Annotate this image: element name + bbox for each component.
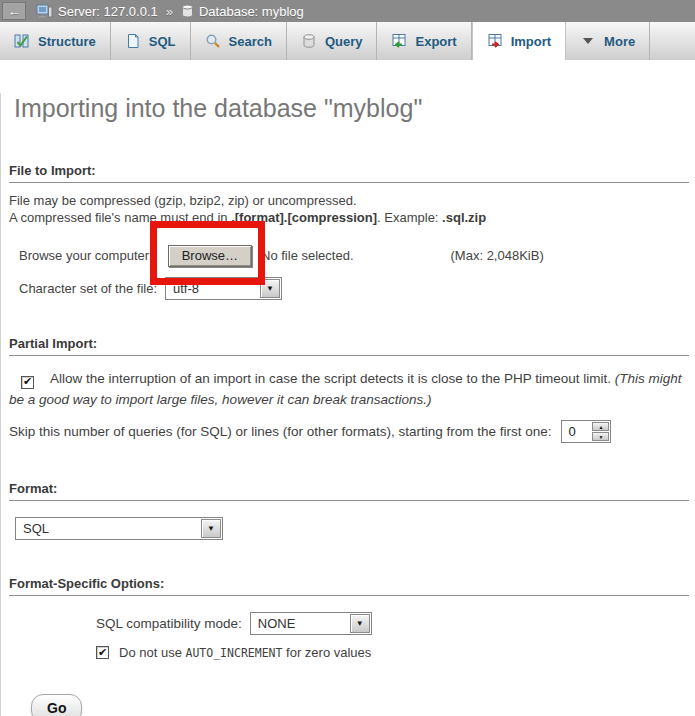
breadcrumb: Server: 127.0.0.1 » Database: myblog bbox=[36, 4, 304, 19]
breadcrumb-bar: ← Server: 127.0.0.1 » Database: myblog bbox=[0, 0, 695, 22]
skip-queries-row: Skip this number of queries (for SQL) or… bbox=[9, 420, 695, 443]
spinner-down-icon[interactable]: ▼ bbox=[592, 432, 609, 441]
chevron-down-icon[interactable] bbox=[201, 519, 221, 538]
tab-label: Search bbox=[229, 34, 272, 49]
search-icon bbox=[205, 33, 221, 49]
sql-compatibility-select[interactable]: NONE bbox=[250, 612, 372, 635]
import-icon bbox=[487, 33, 503, 49]
allow-interruption-text: Allow the interruption of an import in c… bbox=[50, 371, 615, 386]
breadcrumb-server[interactable]: Server: 127.0.0.1 bbox=[58, 4, 158, 19]
sql-icon bbox=[125, 33, 141, 49]
compression-note: File may be compressed (gzip, bzip2, zip… bbox=[9, 192, 687, 226]
compression-line2-prefix: A compressed file's name must end in bbox=[9, 210, 231, 225]
chevron-down-icon[interactable] bbox=[350, 614, 370, 633]
charset-row: Character set of the file: utf-8 bbox=[19, 277, 695, 300]
no-file-selected-text: No file selected. bbox=[261, 248, 354, 263]
tabbar-filler bbox=[650, 22, 695, 60]
browse-button[interactable]: Browse… bbox=[168, 245, 252, 267]
auto-increment-suffix: for zero values bbox=[282, 645, 371, 660]
charset-label: Character set of the file: bbox=[19, 281, 157, 296]
compression-line2-mid: . Example: bbox=[377, 210, 442, 225]
format-specific-options-block: SQL compatibility mode: NONE Do not use … bbox=[96, 612, 695, 660]
sql-compatibility-row: SQL compatibility mode: NONE bbox=[96, 612, 695, 635]
tab-import[interactable]: Import bbox=[472, 22, 566, 60]
allow-interruption-checkbox[interactable] bbox=[21, 376, 34, 389]
section-heading-format-specific-options: Format-Specific Options: bbox=[9, 576, 689, 596]
charset-select-value: utf-8 bbox=[166, 278, 258, 299]
tab-label: Import bbox=[511, 34, 551, 49]
browse-label: Browse your computer: bbox=[19, 248, 153, 263]
charset-select[interactable]: utf-8 bbox=[165, 277, 282, 300]
tab-structure[interactable]: Structure bbox=[0, 22, 111, 60]
sql-compatibility-value: NONE bbox=[251, 613, 348, 634]
section-heading-format: Format: bbox=[9, 481, 689, 501]
tab-export[interactable]: Export bbox=[377, 22, 471, 60]
tab-search[interactable]: Search bbox=[191, 22, 287, 60]
tab-label: SQL bbox=[149, 34, 176, 49]
spinner-buttons: ▲ ▼ bbox=[592, 422, 609, 441]
structure-icon bbox=[14, 33, 30, 49]
query-icon bbox=[301, 33, 317, 49]
sql-compatibility-label: SQL compatibility mode: bbox=[96, 616, 242, 631]
go-button[interactable]: Go bbox=[31, 694, 82, 716]
back-button[interactable]: ← bbox=[2, 2, 26, 20]
skip-queries-label: Skip this number of queries (for SQL) or… bbox=[9, 424, 551, 439]
format-compression-pattern: .[format].[compression] bbox=[231, 210, 377, 225]
main-content: Importing into the database "myblog" Fil… bbox=[0, 93, 695, 716]
tab-label: More bbox=[604, 34, 635, 49]
breadcrumb-database[interactable]: Database: myblog bbox=[199, 4, 304, 19]
auto-increment-text: Do not use AUTO_INCREMENT for zero value… bbox=[119, 645, 371, 660]
chevron-down-icon[interactable] bbox=[260, 279, 280, 298]
compression-line1: File may be compressed (gzip, bzip2, zip… bbox=[9, 192, 687, 209]
section-heading-file-to-import: File to Import: bbox=[9, 163, 689, 183]
section-heading-partial-import: Partial Import: bbox=[9, 336, 689, 356]
server-icon bbox=[36, 4, 53, 19]
tab-query[interactable]: Query bbox=[287, 22, 378, 60]
back-arrow-icon: ← bbox=[8, 5, 21, 18]
tab-sql[interactable]: SQL bbox=[111, 22, 191, 60]
auto-increment-code: AUTO_INCREMENT bbox=[186, 646, 283, 660]
spinner-up-icon[interactable]: ▲ bbox=[592, 422, 609, 431]
skip-queries-value: 0 bbox=[562, 421, 591, 442]
database-icon bbox=[181, 4, 194, 18]
auto-increment-checkbox[interactable] bbox=[96, 646, 109, 659]
breadcrumb-separator: » bbox=[166, 4, 173, 19]
export-icon bbox=[391, 33, 407, 49]
format-row: SQL bbox=[15, 517, 695, 540]
tab-bar: Structure SQL Search Query Export bbox=[0, 22, 695, 60]
format-select-value: SQL bbox=[16, 518, 199, 539]
tab-label: Export bbox=[415, 34, 456, 49]
tab-label: Structure bbox=[38, 34, 96, 49]
tab-more[interactable]: More bbox=[566, 22, 650, 60]
tab-label: Query bbox=[325, 34, 363, 49]
allow-interruption-paragraph: Allow the interruption of an import in c… bbox=[9, 368, 687, 410]
browse-row: Browse your computer: Browse… No file se… bbox=[19, 244, 695, 267]
format-select[interactable]: SQL bbox=[15, 517, 223, 540]
auto-increment-prefix: Do not use bbox=[119, 645, 186, 660]
auto-increment-row: Do not use AUTO_INCREMENT for zero value… bbox=[96, 645, 695, 660]
compression-line2: A compressed file's name must end in .[f… bbox=[9, 209, 687, 226]
chevron-down-icon bbox=[580, 33, 596, 49]
skip-queries-input[interactable]: 0 ▲ ▼ bbox=[561, 420, 611, 443]
max-size-text: (Max: 2,048KiB) bbox=[451, 248, 544, 263]
example-extension: .sql.zip bbox=[442, 210, 486, 225]
page-title: Importing into the database "myblog" bbox=[14, 93, 695, 123]
